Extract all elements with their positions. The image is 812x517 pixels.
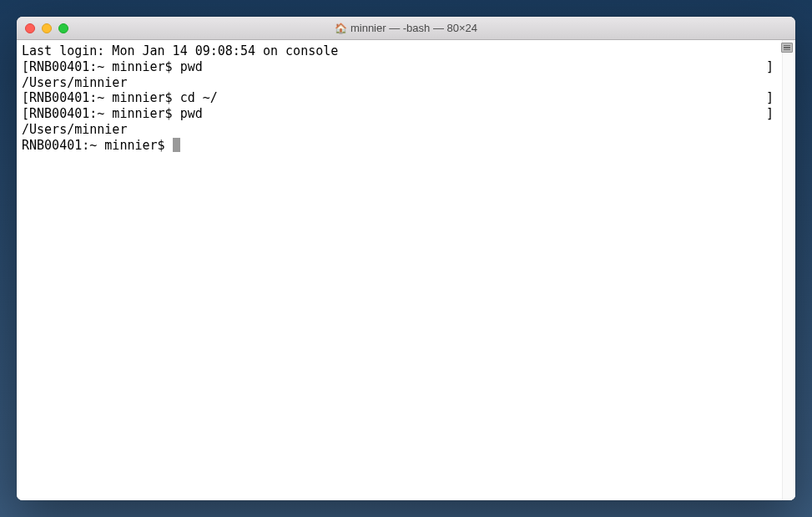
- command: pwd: [180, 106, 203, 122]
- title-bar[interactable]: 🏠 minnier — -bash — 80×24: [17, 17, 795, 40]
- terminal-line: [RNB00401:~ minnier$ pwd]: [22, 59, 790, 75]
- bracket-left: [: [22, 90, 29, 106]
- bracket-left: [: [22, 59, 29, 75]
- home-icon: 🏠: [335, 23, 347, 34]
- bracket-left: [: [22, 106, 29, 122]
- close-button[interactable]: [25, 23, 35, 33]
- traffic-lights: [17, 23, 68, 33]
- prompt: RNB00401:~ minnier$: [22, 138, 173, 154]
- prompt: RNB00401:~ minnier$: [29, 106, 180, 122]
- minimize-button[interactable]: [42, 23, 52, 33]
- line-fill: [203, 106, 766, 122]
- scrollbar[interactable]: [782, 40, 795, 500]
- last-login-text: Last login: Mon Jan 14 09:08:54 on conso…: [22, 43, 338, 59]
- terminal-line: [RNB00401:~ minnier$ cd ~/]: [22, 90, 790, 106]
- menu-icon[interactable]: [781, 43, 793, 53]
- window-title: 🏠 minnier — -bash — 80×24: [17, 22, 795, 34]
- terminal-window: 🏠 minnier — -bash — 80×24 Last login: Mo…: [17, 17, 795, 500]
- terminal-line: RNB00401:~ minnier$: [22, 138, 790, 154]
- terminal-line: [RNB00401:~ minnier$ pwd]: [22, 106, 790, 122]
- cursor: [173, 138, 180, 152]
- output: /Users/minnier: [22, 122, 127, 138]
- prompt: RNB00401:~ minnier$: [29, 90, 180, 106]
- command: pwd: [180, 59, 203, 75]
- command: cd ~/: [180, 90, 218, 106]
- last-login-line: Last login: Mon Jan 14 09:08:54 on conso…: [22, 43, 790, 59]
- terminal-line: /Users/minnier: [22, 75, 790, 91]
- line-fill: [218, 90, 766, 106]
- maximize-button[interactable]: [58, 23, 68, 33]
- terminal-line: /Users/minnier: [22, 122, 790, 138]
- line-fill: [203, 59, 766, 75]
- prompt: RNB00401:~ minnier$: [29, 59, 180, 75]
- output: /Users/minnier: [22, 75, 127, 91]
- title-text: minnier — -bash — 80×24: [351, 22, 477, 34]
- terminal-body[interactable]: Last login: Mon Jan 14 09:08:54 on conso…: [17, 40, 795, 500]
